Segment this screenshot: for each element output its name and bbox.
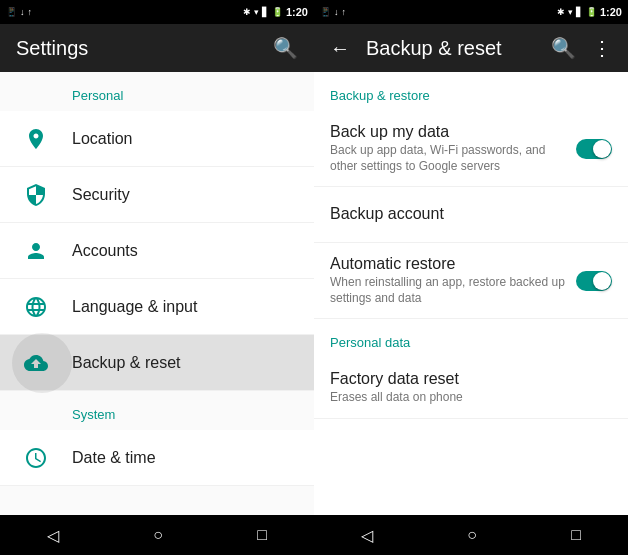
right-battery-icon: 🔋 bbox=[586, 7, 597, 17]
right-signal-icon: ▋ bbox=[576, 7, 583, 17]
accounts-icon-container bbox=[16, 231, 56, 271]
right-upload-icon: ↑ bbox=[342, 7, 347, 17]
left-nav-bar: ◁ ○ □ bbox=[0, 515, 314, 555]
factory-reset-text: Factory data reset Erases all data on ph… bbox=[330, 370, 612, 406]
left-app-bar-actions: 🔍 bbox=[273, 36, 298, 60]
location-title: Location bbox=[72, 130, 298, 148]
factory-reset-subtitle: Erases all data on phone bbox=[330, 390, 612, 406]
datetime-title: Date & time bbox=[72, 449, 298, 467]
right-time: 1:20 bbox=[600, 6, 622, 18]
ripple bbox=[12, 333, 72, 393]
auto-restore-text: Automatic restore When reinstalling an a… bbox=[330, 255, 576, 306]
right-search-icon[interactable]: 🔍 bbox=[551, 36, 576, 60]
right-panel: 📱 ↓ ↑ ✱ ▾ ▋ 🔋 1:20 ← Backup & reset 🔍 ⋮ … bbox=[314, 0, 628, 555]
backup-title: Backup & reset bbox=[72, 354, 298, 372]
auto-restore-subtitle: When reinstalling an app, restore backed… bbox=[330, 275, 576, 306]
location-text: Location bbox=[72, 130, 298, 148]
backup-data-toggle[interactable] bbox=[576, 139, 612, 159]
left-back-button[interactable]: ◁ bbox=[27, 518, 79, 553]
security-icon bbox=[24, 183, 48, 207]
auto-restore-toggle[interactable] bbox=[576, 271, 612, 291]
settings-item-language[interactable]: Language & input bbox=[0, 279, 314, 335]
left-home-button[interactable]: ○ bbox=[133, 518, 183, 552]
backup-data-text: Back up my data Back up app data, Wi-Fi … bbox=[330, 123, 576, 174]
settings-item-security[interactable]: Security bbox=[0, 167, 314, 223]
accounts-icon bbox=[24, 239, 48, 263]
settings-item-accounts[interactable]: Accounts bbox=[0, 223, 314, 279]
right-nav-bar: ◁ ○ □ bbox=[314, 515, 628, 555]
datetime-text: Date & time bbox=[72, 449, 298, 467]
right-item-factory-reset[interactable]: Factory data reset Erases all data on ph… bbox=[314, 358, 628, 419]
system-section-header: System bbox=[0, 391, 314, 430]
backup-restore-header: Backup & restore bbox=[314, 72, 628, 111]
clock-icon bbox=[24, 446, 48, 470]
accounts-title: Accounts bbox=[72, 242, 298, 260]
right-download-icon: ↓ bbox=[334, 7, 339, 17]
right-content: Backup & restore Back up my data Back up… bbox=[314, 72, 628, 515]
language-text: Language & input bbox=[72, 298, 298, 316]
right-notification-icon: 📱 bbox=[320, 7, 331, 17]
language-icon-container bbox=[16, 287, 56, 327]
security-text: Security bbox=[72, 186, 298, 204]
right-nav-home-button[interactable]: ○ bbox=[447, 518, 497, 552]
backup-data-title: Back up my data bbox=[330, 123, 576, 141]
right-status-bar: 📱 ↓ ↑ ✱ ▾ ▋ 🔋 1:20 bbox=[314, 0, 628, 24]
left-recent-button[interactable]: □ bbox=[237, 518, 287, 552]
settings-item-datetime[interactable]: Date & time bbox=[0, 430, 314, 486]
right-bluetooth-icon: ✱ bbox=[557, 7, 565, 17]
left-status-right: ✱ ▾ ▋ 🔋 1:20 bbox=[243, 6, 308, 18]
right-app-bar-title: Backup & reset bbox=[366, 37, 535, 60]
accounts-text: Accounts bbox=[72, 242, 298, 260]
right-more-icon[interactable]: ⋮ bbox=[592, 36, 612, 60]
left-search-icon[interactable]: 🔍 bbox=[273, 36, 298, 60]
wifi-icon: ▾ bbox=[254, 7, 259, 17]
language-title: Language & input bbox=[72, 298, 298, 316]
bluetooth-icon: ✱ bbox=[243, 7, 251, 17]
backup-text: Backup & reset bbox=[72, 354, 298, 372]
right-app-bar: ← Backup & reset 🔍 ⋮ bbox=[314, 24, 628, 72]
personal-data-header: Personal data bbox=[314, 319, 628, 358]
backup-data-subtitle: Back up app data, Wi-Fi passwords, and o… bbox=[330, 143, 576, 174]
left-time: 1:20 bbox=[286, 6, 308, 18]
settings-item-location[interactable]: Location bbox=[0, 111, 314, 167]
left-status-icons: 📱 ↓ ↑ bbox=[6, 7, 32, 17]
left-app-bar: Settings 🔍 bbox=[0, 24, 314, 72]
notification-icon: 📱 bbox=[6, 7, 17, 17]
battery-icon: 🔋 bbox=[272, 7, 283, 17]
right-status-icons: 📱 ↓ ↑ bbox=[320, 7, 346, 17]
upload-icon: ↑ bbox=[28, 7, 33, 17]
personal-section-header: Personal bbox=[0, 72, 314, 111]
left-content: Personal Location Security bbox=[0, 72, 314, 515]
security-title: Security bbox=[72, 186, 298, 204]
security-icon-container bbox=[16, 175, 56, 215]
backup-account-title: Backup account bbox=[330, 205, 612, 223]
location-icon bbox=[24, 127, 48, 151]
backup-account-text: Backup account bbox=[330, 205, 612, 225]
settings-item-backup[interactable]: Backup & reset bbox=[0, 335, 314, 391]
factory-reset-title: Factory data reset bbox=[330, 370, 612, 388]
right-item-backup-data[interactable]: Back up my data Back up app data, Wi-Fi … bbox=[314, 111, 628, 187]
download-icon: ↓ bbox=[20, 7, 25, 17]
left-status-bar: 📱 ↓ ↑ ✱ ▾ ▋ 🔋 1:20 bbox=[0, 0, 314, 24]
right-item-backup-account[interactable]: Backup account bbox=[314, 187, 628, 243]
auto-restore-title: Automatic restore bbox=[330, 255, 576, 273]
left-app-bar-title: Settings bbox=[16, 37, 273, 60]
right-wifi-icon: ▾ bbox=[568, 7, 573, 17]
language-icon bbox=[24, 295, 48, 319]
right-status-right: ✱ ▾ ▋ 🔋 1:20 bbox=[557, 6, 622, 18]
right-nav-recent-button[interactable]: □ bbox=[551, 518, 601, 552]
right-back-icon[interactable]: ← bbox=[330, 37, 350, 60]
left-panel: 📱 ↓ ↑ ✱ ▾ ▋ 🔋 1:20 Settings 🔍 Personal bbox=[0, 0, 314, 555]
right-item-auto-restore[interactable]: Automatic restore When reinstalling an a… bbox=[314, 243, 628, 319]
datetime-icon-container bbox=[16, 438, 56, 478]
right-nav-back-button[interactable]: ◁ bbox=[341, 518, 393, 553]
location-icon-container bbox=[16, 119, 56, 159]
signal-icon: ▋ bbox=[262, 7, 269, 17]
